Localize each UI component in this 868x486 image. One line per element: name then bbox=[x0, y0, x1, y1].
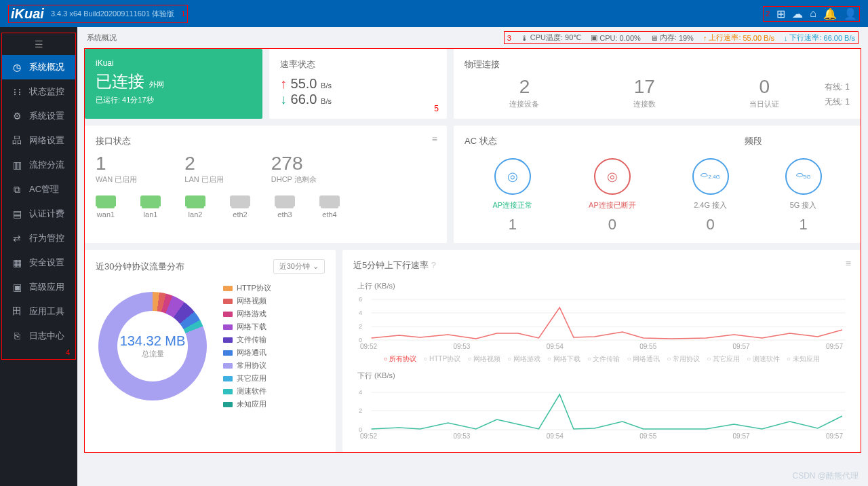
physical-card: 物理连接 2连接设备17连接数0当日认证有线: 1无线: 1 bbox=[454, 49, 861, 119]
logo: iKuai bbox=[11, 6, 44, 22]
port-lan1[interactable]: lan1 bbox=[140, 195, 161, 219]
sidebar-icon: ⇄ bbox=[12, 233, 22, 244]
sidebar-item-5[interactable]: ⧉AC管理 bbox=[2, 177, 75, 202]
svg-text:4: 4 bbox=[359, 310, 362, 316]
memory-icon: 🖥 bbox=[650, 34, 658, 42]
content: 系统概况 3 🌡CPU温度: 90℃ ▣CPU: 0.00% 🖥内存: 19% … bbox=[77, 27, 868, 486]
port-lan2[interactable]: lan2 bbox=[185, 195, 205, 219]
sidebar: ☰ ◷系统概况⫶⫶状态监控⚙系统设置品网络设置▥流控分流⧉AC管理▤认证计费⇄行… bbox=[0, 27, 77, 486]
menu-icon[interactable]: ≡ bbox=[846, 258, 851, 269]
sidebar-icon: ⧉ bbox=[12, 184, 22, 195]
ac-icon: ◎ bbox=[494, 158, 531, 195]
series-toggle[interactable]: ○ 网络游戏 bbox=[507, 354, 540, 364]
series-toggle[interactable]: ○ 网络通讯 bbox=[627, 354, 660, 364]
annotation-3: 3 bbox=[507, 34, 511, 42]
upload-chart: 6420 bbox=[357, 293, 846, 343]
home-icon[interactable]: ⌂ bbox=[810, 7, 816, 20]
svg-text:0: 0 bbox=[359, 337, 362, 343]
connection-card: iKuai 已连接 外网 已运行: 41分17秒 bbox=[85, 49, 262, 119]
series-toggle[interactable]: ○ 网络视频 bbox=[467, 354, 500, 364]
ac-card: AC 状态 频段 ◎AP连接正常1◎AP连接已断开0⌔2.4G2.4G 接入0⌔… bbox=[454, 126, 861, 243]
sidebar-item-11[interactable]: ⎘日志中心 bbox=[2, 324, 75, 348]
sidebar-icon: 田 bbox=[12, 305, 22, 318]
annotation-4: 4 bbox=[2, 348, 75, 359]
sidebar-item-8[interactable]: ▦安全设置 bbox=[2, 250, 75, 275]
series-toggle[interactable]: ○ 未知应用 bbox=[787, 354, 820, 364]
svg-text:2: 2 bbox=[359, 323, 362, 330]
sidebar-icon: ⎘ bbox=[12, 331, 22, 341]
sidebar-icon: ⚙ bbox=[12, 111, 22, 122]
sidebar-icon: ⫶⫶ bbox=[12, 86, 22, 97]
menu-icon[interactable]: ≡ bbox=[432, 134, 437, 145]
top-header: iKuai 3.4.3 x64 Build202009111601 体验版 1 … bbox=[0, 0, 868, 27]
rate-card: 速率状态 ↑ 55.0 B/s ↓ 66.0 B/s 5 bbox=[269, 49, 447, 119]
series-toggle[interactable]: ○ 测速软件 bbox=[747, 354, 780, 364]
port-eth4[interactable]: eth4 bbox=[319, 195, 340, 219]
download-chart: 420 bbox=[357, 382, 846, 432]
sidebar-item-1[interactable]: ⫶⫶状态监控 bbox=[2, 79, 75, 104]
port-eth3[interactable]: eth3 bbox=[275, 195, 295, 219]
sidebar-icon: ▣ bbox=[12, 282, 22, 293]
cloud-icon[interactable]: ☁ bbox=[792, 7, 803, 20]
sidebar-item-3[interactable]: 品网络设置 bbox=[2, 128, 75, 153]
sidebar-icon: ▦ bbox=[12, 257, 22, 268]
header-actions: 2 ⊞ ☁ ⌂ 🔔 👤 bbox=[763, 6, 860, 22]
sidebar-item-0[interactable]: ◷系统概况 bbox=[2, 55, 75, 79]
donut-legend: HTTP协议网络视频网络游戏网络下载文件传输网络通讯常用协议其它应用测速软件未知… bbox=[223, 280, 271, 412]
series-toggle[interactable]: ○ 文件传输 bbox=[587, 354, 620, 364]
bell-icon[interactable]: 🔔 bbox=[823, 7, 837, 20]
watermark: CSDN @酷熊代理 bbox=[792, 470, 859, 482]
apps-icon[interactable]: ⊞ bbox=[776, 7, 785, 20]
donut-chart: 134.32 MB总流量 bbox=[98, 292, 207, 400]
sidebar-toggle[interactable]: ☰ bbox=[2, 33, 75, 55]
status-bar: 系统概况 3 🌡CPU温度: 90℃ ▣CPU: 0.00% 🖥内存: 19% … bbox=[84, 27, 861, 48]
sidebar-icon: ◷ bbox=[12, 62, 22, 73]
sidebar-icon: ▤ bbox=[12, 208, 22, 219]
series-toggle[interactable]: ○ 所有协议 bbox=[383, 354, 416, 364]
sidebar-item-4[interactable]: ▥流控分流 bbox=[2, 153, 75, 177]
port-wan1[interactable]: wan1 bbox=[96, 195, 116, 219]
svg-text:4: 4 bbox=[359, 389, 362, 396]
svg-text:0: 0 bbox=[359, 426, 362, 432]
range-select[interactable]: 近30分钟 ⌄ bbox=[273, 259, 325, 274]
page-title: 系统概况 bbox=[87, 33, 117, 43]
sidebar-item-10[interactable]: 田应用工具 bbox=[2, 299, 75, 324]
main: ☰ ◷系统概况⫶⫶状态监控⚙系统设置品网络设置▥流控分流⧉AC管理▤认证计费⇄行… bbox=[0, 27, 868, 486]
sidebar-item-2[interactable]: ⚙系统设置 bbox=[2, 104, 75, 128]
header-left: iKuai 3.4.3 x64 Build202009111601 体验版 1 bbox=[8, 5, 188, 23]
annotation-2: 2 bbox=[766, 10, 770, 18]
version: 3.4.3 x64 Build202009111601 体验版 bbox=[51, 9, 174, 19]
traffic-card: 近30分钟协议流量分布 近30分钟 ⌄ 134.32 MB总流量 HTTP协议网… bbox=[85, 250, 336, 452]
sidebar-icon: 品 bbox=[12, 134, 22, 147]
status-metrics: 3 🌡CPU温度: 90℃ ▣CPU: 0.00% 🖥内存: 19% ↑上行速率… bbox=[504, 31, 859, 44]
arrow-up-icon: ↑ bbox=[280, 76, 287, 91]
interface-card: ≡ 接口状态 1WAN 已启用2LAN 已启用278DHCP 池剩余 wan1l… bbox=[85, 126, 447, 243]
brand: iKuai bbox=[96, 58, 252, 68]
help-icon[interactable]: ? bbox=[431, 260, 436, 270]
svg-text:6: 6 bbox=[359, 296, 362, 303]
user-icon[interactable]: 👤 bbox=[844, 7, 857, 20]
sidebar-item-6[interactable]: ▤认证计费 bbox=[2, 202, 75, 226]
series-toggle[interactable]: ○ HTTP协议 bbox=[423, 354, 460, 364]
cpu-icon: ▣ bbox=[591, 33, 597, 42]
ac-icon: ⌔2.4G bbox=[692, 158, 729, 195]
svg-text:2: 2 bbox=[359, 407, 362, 414]
annotation-5: 5 bbox=[434, 104, 439, 113]
arrow-down-icon: ↓ bbox=[784, 34, 788, 42]
sidebar-item-7[interactable]: ⇄行为管控 bbox=[2, 226, 75, 250]
arrow-down-icon: ↓ bbox=[280, 92, 287, 107]
series-toggle[interactable]: ○ 其它应用 bbox=[707, 354, 740, 364]
speed-card: ≡ 近5分钟上下行速率 ? 上行 (KB/s) 6420 09:5209:530… bbox=[342, 250, 861, 452]
ac-icon: ⌔5G bbox=[785, 158, 822, 195]
sidebar-icon: ▥ bbox=[12, 160, 22, 170]
ac-icon: ◎ bbox=[594, 158, 631, 195]
series-toggle[interactable]: ○ 网络下载 bbox=[547, 354, 580, 364]
arrow-up-icon: ↑ bbox=[703, 34, 707, 42]
annotation-1: 1 bbox=[181, 10, 185, 18]
thermometer-icon: 🌡 bbox=[521, 34, 528, 42]
series-toggle[interactable]: ○ 常用协议 bbox=[667, 354, 700, 364]
sidebar-item-9[interactable]: ▣高级应用 bbox=[2, 275, 75, 299]
port-eth2[interactable]: eth2 bbox=[230, 195, 250, 219]
chevron-down-icon: ⌄ bbox=[313, 262, 319, 271]
